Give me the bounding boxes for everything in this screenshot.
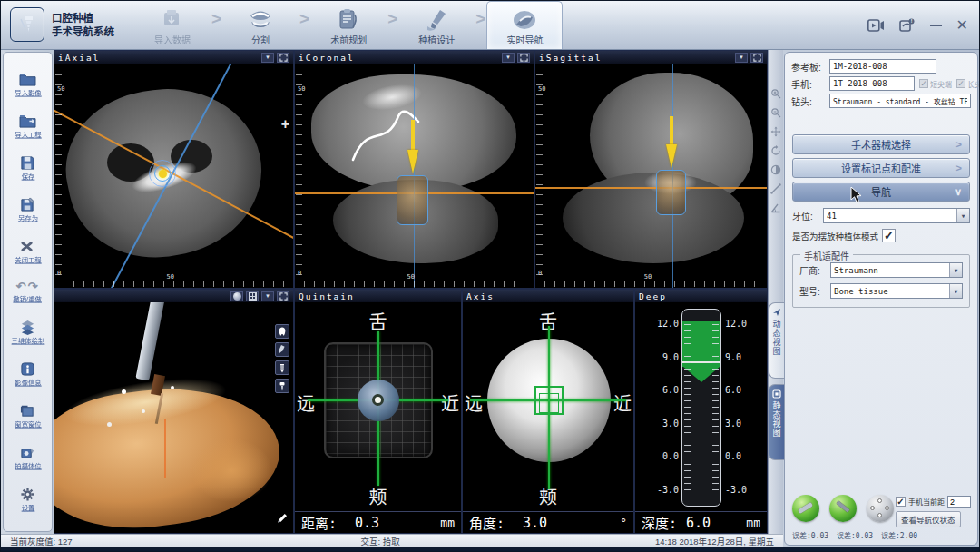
short-tip-checkbox[interactable]: ✓ 短尖端	[919, 79, 952, 89]
implant-design-icon	[424, 3, 449, 32]
window-level-icon[interactable]	[770, 164, 781, 175]
workflow-steps: 导入数据 > 分割 > 术前规划 > 种植设计	[134, 1, 563, 49]
handpiece-input[interactable]	[829, 76, 915, 91]
step-label: 实时导航	[506, 33, 543, 46]
sidebar-item-label: 窗宽窗位	[15, 419, 41, 428]
grid-view-icon[interactable]	[246, 291, 259, 301]
angle-label: 角度:	[469, 513, 505, 532]
placement-mode-checkbox[interactable]: ✓	[882, 229, 896, 242]
sidebar-item-capture-position[interactable]: 拍摄体位	[14, 445, 43, 470]
reference-plate-label: 参考板:	[791, 60, 829, 74]
sphere-view-icon[interactable]	[230, 291, 243, 301]
instrument-select-button[interactable]: 手术器械选择 >	[792, 134, 970, 154]
tab-static-view[interactable]: 静态视图	[769, 384, 784, 460]
quintain-display: 舌 远 近 颊	[295, 302, 461, 511]
annotate-pencil-icon[interactable]	[276, 511, 288, 527]
save-icon	[19, 155, 36, 171]
depth-readout: 深度: 6.0 mm	[635, 511, 767, 533]
quintain-position-dot	[372, 394, 384, 406]
export-share-icon[interactable]: !	[899, 18, 916, 33]
minimize-button[interactable]	[930, 25, 942, 26]
measure-angle-icon[interactable]	[770, 202, 781, 213]
layout-menu-icon[interactable]: ▼	[735, 53, 748, 63]
ruler-label: 50	[57, 85, 64, 93]
save-as-icon	[19, 197, 36, 212]
sagittal-implant-outline	[656, 170, 686, 215]
close-button[interactable]: ✕	[956, 18, 968, 33]
axial-ct-image[interactable]: 50 0 50 +	[54, 64, 293, 288]
maximize-view-icon[interactable]	[517, 53, 530, 63]
3d-marker-dot	[142, 409, 145, 413]
sidebar-item-image-info[interactable]: 影像信息	[14, 361, 43, 387]
zoom-in-icon[interactable]	[770, 88, 781, 99]
sidebar-item-import-project[interactable]: 导入工程	[14, 113, 43, 139]
folder-project-icon	[19, 113, 36, 129]
maximize-view-icon[interactable]	[750, 53, 763, 63]
layout-menu-icon[interactable]: ▼	[261, 291, 274, 301]
sidebar-item-close-project[interactable]: 关闭工程	[14, 239, 43, 264]
model-select[interactable]: Bone tissue ▼	[830, 283, 963, 299]
tooth-position-select[interactable]: 41 ▼	[823, 208, 970, 223]
drill-input[interactable]	[829, 94, 971, 108]
sidebar-item-undo-redo[interactable]: ↶↷ 撤销/重做	[12, 281, 43, 303]
vendor-select[interactable]: Straumann ▼	[830, 262, 963, 278]
3d-render-view[interactable]	[54, 302, 293, 533]
show-implant-icon[interactable]	[275, 360, 289, 375]
sagittal-ct-image[interactable]: 50 0 50	[535, 64, 767, 288]
viewport-title: iSagittal	[539, 53, 602, 63]
sidebar-item-import-image[interactable]: 导入影像	[14, 72, 43, 97]
show-crown-icon[interactable]	[275, 379, 289, 393]
import-data-icon	[160, 3, 185, 32]
coronal-ct-image[interactable]: 50 0 50	[295, 64, 534, 288]
viewport-axial: iAxial ▼	[54, 50, 294, 289]
ruler-label: 0	[57, 270, 61, 277]
plus-icon[interactable]: +	[281, 116, 289, 133]
sidebar-item-settings[interactable]: 设置	[19, 487, 36, 512]
sagittal-drill-marker	[666, 144, 677, 168]
maximize-view-icon[interactable]	[277, 291, 289, 301]
tooth-position-value: 41	[827, 212, 837, 221]
title-bar: 口腔种植 手术导航系统 导入数据 > 分割 > 术	[1, 1, 980, 50]
reference-plate-input[interactable]	[829, 59, 936, 74]
view-nav-status-button[interactable]: 查看导航仪状态	[896, 511, 961, 527]
adapter-group-title: 手机适配件	[800, 249, 853, 262]
tooth-position-label: 牙位:	[792, 209, 823, 222]
coronal-ruler-vertical	[296, 74, 302, 275]
step-import-data[interactable]: 导入数据	[134, 1, 211, 49]
sidebar-item-volume-render[interactable]: 三维体绘制	[10, 320, 46, 345]
sidebar-item-save-as[interactable]: 另存为	[17, 197, 39, 222]
long-tip-checkbox[interactable]: ✓ 长尖端	[956, 79, 980, 89]
current-tip-checkbox[interactable]: ✓	[896, 497, 906, 507]
3d-marker-dot	[171, 386, 174, 389]
zoom-out-icon[interactable]	[770, 107, 781, 118]
viewport-coronal: iCoronal ▼	[294, 50, 534, 289]
sidebar-item-save[interactable]: 保存	[19, 155, 36, 181]
3d-drill-instrument	[135, 302, 164, 381]
maximize-view-icon[interactable]	[277, 53, 289, 63]
video-record-icon[interactable]	[867, 19, 885, 32]
pan-icon[interactable]	[770, 126, 781, 137]
measure-length-icon[interactable]	[770, 183, 781, 194]
step-preop-planning[interactable]: 术前规划	[310, 1, 387, 49]
sidebar-item-window-level[interactable]: 窗宽窗位	[14, 403, 43, 429]
handpiece-label: 手机:	[791, 77, 829, 91]
step-realtime-navigation[interactable]: 实时导航	[486, 1, 563, 49]
current-tip-input[interactable]	[947, 496, 971, 508]
layout-menu-icon[interactable]: ▼	[261, 53, 274, 63]
layout-menu-icon[interactable]: ▼	[502, 53, 514, 63]
rotate-icon[interactable]	[770, 145, 781, 156]
step-segmentation[interactable]: 分割	[222, 1, 299, 49]
show-drill-icon[interactable]	[275, 342, 289, 357]
mouse-cursor	[850, 187, 862, 207]
axial-ruler-vertical	[55, 74, 62, 275]
tab-dynamic-view[interactable]: 动态视图	[769, 302, 784, 379]
axis-square-inner	[539, 393, 559, 413]
step-implant-design[interactable]: 种植设计	[398, 1, 475, 49]
viewport-area: iAxial ▼	[54, 50, 768, 534]
navigation-section-button[interactable]: 导航 ∨	[792, 182, 970, 202]
3d-marker-dot	[107, 422, 112, 427]
show-teeth-icon[interactable]	[275, 324, 289, 339]
registration-setup-button[interactable]: 设置标记点和配准 >	[792, 158, 970, 178]
coronal-drill-shaft	[411, 120, 415, 151]
sidebar-item-label: 保存	[21, 171, 34, 180]
